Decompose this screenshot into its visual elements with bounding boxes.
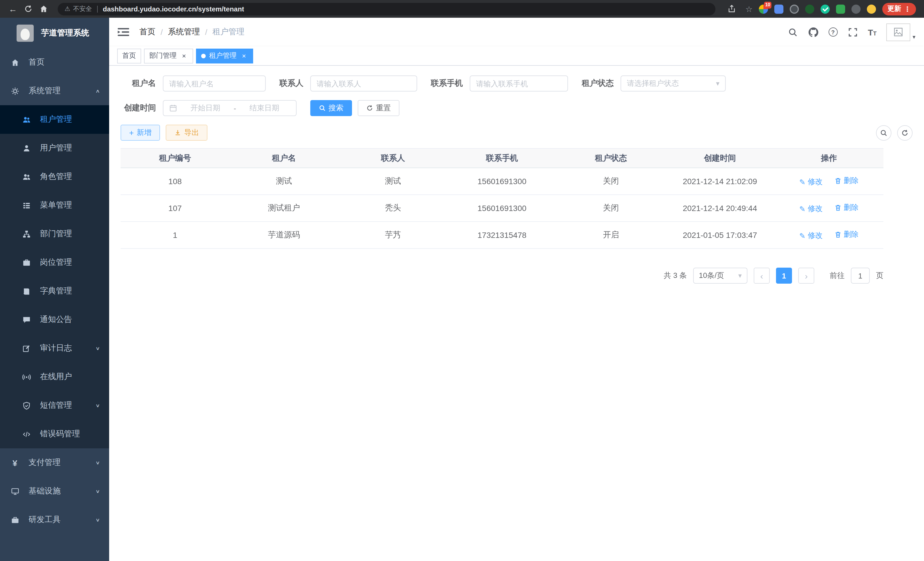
sidebar-item-post[interactable]: 岗位管理 — [0, 248, 109, 277]
edit-link[interactable]: ✎修改 — [799, 204, 823, 214]
header-search-icon[interactable] — [787, 27, 798, 38]
add-button[interactable]: + 新增 — [121, 125, 160, 141]
sidebar-item-online-users[interactable]: 在线用户 — [0, 362, 109, 391]
filter-create-time: 创建时间 开始日期 - 结束日期 — [121, 100, 297, 116]
bookmark-star-icon[interactable]: ☆ — [746, 4, 753, 14]
sidebar-item-menu[interactable]: 菜单管理 — [0, 191, 109, 220]
security-status[interactable]: ⚠ 不安全 — [64, 5, 92, 13]
sidebar-item-error-code[interactable]: 错误码管理 — [0, 420, 109, 448]
sidebar-item-label: 支付管理 — [28, 457, 86, 468]
prev-page-button[interactable]: ‹ — [754, 268, 770, 284]
toggle-search-button[interactable] — [876, 125, 891, 140]
sidebar-menu: 首页 系统管理 ∧ 租户管理 用户管理 角色管理 — [0, 48, 109, 561]
delete-link[interactable]: 删除 — [834, 202, 859, 213]
extension-icon-8[interactable] — [867, 4, 876, 14]
cell-tenant-id: 108 — [121, 168, 230, 195]
date-start-placeholder: 开始日期 — [179, 103, 231, 113]
close-icon[interactable]: × — [240, 52, 248, 60]
table-toolbar: + 新增 导出 — [121, 125, 913, 141]
home-icon[interactable] — [37, 2, 51, 16]
sidebar-item-notice[interactable]: 通知公告 — [0, 305, 109, 334]
tag-label: 部门管理 — [149, 51, 177, 61]
sidebar-item-payment[interactable]: ¥ 支付管理 ∨ — [0, 448, 109, 477]
user-avatar-menu[interactable]: ▾ — [886, 23, 915, 41]
cell-created: 2021-12-14 20:49:44 — [665, 195, 774, 222]
edit-icon: ✎ — [799, 178, 806, 186]
fullscreen-icon[interactable] — [847, 27, 858, 38]
delete-link[interactable]: 删除 — [834, 176, 859, 186]
close-icon[interactable]: × — [180, 52, 188, 60]
sidebar-item-dict[interactable]: 字典管理 — [0, 277, 109, 305]
back-icon[interactable]: ← — [6, 2, 20, 16]
sidebar-item-dev-tools[interactable]: 研发工具 ∨ — [0, 505, 109, 534]
delete-icon — [834, 177, 842, 184]
tag-tenant[interactable]: 租户管理 × — [196, 48, 253, 63]
sidebar-item-audit-log[interactable]: 审计日志 ∨ — [0, 334, 109, 362]
extension-icon-3[interactable] — [790, 4, 799, 14]
sidebar-item-user[interactable]: 用户管理 — [0, 134, 109, 162]
extension-puzzle-icon[interactable] — [851, 4, 861, 14]
extension-icon-5[interactable] — [820, 4, 830, 14]
goto-page-input[interactable] — [851, 268, 870, 284]
next-page-button[interactable]: › — [798, 268, 814, 284]
share-icon[interactable] — [725, 2, 739, 16]
browser-update-button[interactable]: 更新 ⋮ — [882, 3, 916, 15]
extension-icon-1[interactable]: 10 — [759, 4, 768, 14]
browser-actions: ☆ 10 更新 ⋮ — [723, 2, 918, 16]
tenant-name-input[interactable] — [163, 75, 266, 92]
font-size-large-glyph: T — [868, 27, 873, 37]
breadcrumb-home[interactable]: 首页 — [140, 27, 155, 37]
tag-dept[interactable]: 部门管理 × — [144, 48, 193, 63]
extension-icon-4[interactable] — [805, 4, 814, 14]
download-icon — [174, 129, 181, 136]
warning-icon: ⚠ — [64, 5, 70, 13]
cell-tenant-id: 107 — [121, 195, 230, 222]
delete-link[interactable]: 删除 — [834, 229, 859, 240]
font-size-icon[interactable]: T T — [868, 27, 877, 37]
github-icon[interactable] — [808, 27, 819, 38]
sidebar-item-infra[interactable]: 基础设施 ∨ — [0, 477, 109, 505]
cell-phone: 15601691300 — [447, 168, 556, 195]
date-range-picker[interactable]: 开始日期 - 结束日期 — [163, 100, 297, 116]
sidebar-item-sms[interactable]: 短信管理 ∨ — [0, 391, 109, 420]
sidebar-item-tenant[interactable]: 租户管理 — [0, 105, 109, 134]
sidebar-item-role[interactable]: 角色管理 — [0, 162, 109, 191]
contact-input[interactable] — [310, 75, 417, 92]
reset-button[interactable]: 重置 — [358, 100, 399, 116]
goto-label: 前往 — [830, 271, 844, 281]
help-icon[interactable]: ? — [828, 27, 837, 37]
edit-link[interactable]: ✎修改 — [799, 177, 823, 187]
sidebar-item-home[interactable]: 首页 — [0, 48, 109, 77]
extension-icon-2[interactable] — [774, 4, 783, 14]
address-bar[interactable]: ⚠ 不安全 dashboard.yudao.iocoder.cn/system/… — [58, 3, 716, 15]
refresh-table-button[interactable] — [897, 125, 913, 140]
cell-tenant-name: 芋道源码 — [230, 222, 338, 248]
tenant-status-select[interactable]: 请选择租户状态 ▾ — [621, 75, 726, 92]
sidebar-item-label: 用户管理 — [40, 143, 100, 153]
export-button[interactable]: 导出 — [166, 125, 207, 141]
sidebar-item-dept[interactable]: 部门管理 — [0, 220, 109, 248]
reload-icon[interactable] — [21, 2, 35, 16]
message-icon — [22, 315, 31, 324]
extension-icon-6[interactable] — [836, 4, 845, 14]
chevron-down-icon: ∨ — [95, 345, 100, 351]
edit-link[interactable]: ✎修改 — [799, 230, 823, 241]
phone-input[interactable] — [470, 75, 568, 92]
search-button[interactable]: 搜索 — [310, 100, 352, 116]
gear-icon — [10, 86, 20, 96]
sidebar-item-label: 基础设施 — [28, 486, 86, 496]
sidebar-item-label: 菜单管理 — [40, 200, 100, 211]
search-icon — [319, 105, 326, 111]
sidebar-item-system[interactable]: 系统管理 ∧ — [0, 77, 109, 105]
cell-tenant-name: 测试租户 — [230, 195, 338, 222]
logo-avatar — [16, 24, 34, 41]
monitor-icon — [10, 487, 20, 496]
hamburger-icon[interactable] — [118, 27, 129, 37]
tag-home[interactable]: 首页 — [117, 48, 141, 63]
page-size-select[interactable]: 10条/页 ▾ — [693, 268, 747, 284]
page-number-button[interactable]: 1 — [776, 268, 792, 284]
delete-label: 删除 — [844, 176, 859, 186]
edit-icon: ✎ — [799, 205, 806, 212]
shield-icon — [22, 401, 31, 410]
broken-image-icon — [893, 27, 903, 37]
